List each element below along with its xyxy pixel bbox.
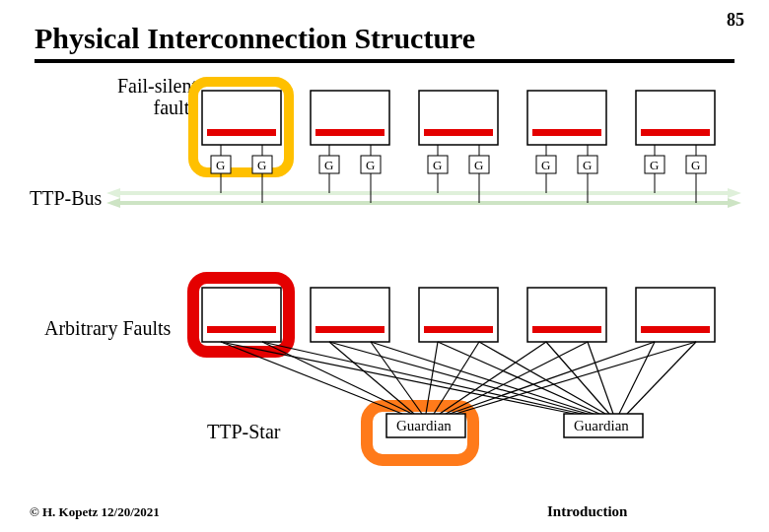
bottom-node <box>419 288 498 342</box>
svg-marker-1 <box>106 188 120 198</box>
g-label: G <box>541 158 550 172</box>
svg-marker-2 <box>728 188 741 198</box>
svg-marker-5 <box>728 198 741 208</box>
bottom-node <box>202 288 281 342</box>
diagram-svg: G G G G G G <box>0 0 769 532</box>
svg-line-71 <box>479 342 605 414</box>
top-node: G G <box>419 91 498 203</box>
svg-line-57 <box>262 342 412 414</box>
svg-rect-48 <box>311 288 389 342</box>
guardian-label: Guardian <box>396 418 452 433</box>
guardian-box: Guardian <box>564 414 643 437</box>
svg-rect-51 <box>424 326 493 333</box>
guardian-box: Guardian <box>386 414 465 437</box>
bottom-node <box>311 288 389 342</box>
g-label: G <box>433 158 442 172</box>
svg-rect-50 <box>419 288 498 342</box>
g-label: G <box>257 158 266 172</box>
svg-marker-4 <box>106 198 120 208</box>
bottom-node <box>636 288 715 342</box>
svg-rect-31 <box>532 129 601 136</box>
svg-rect-23 <box>424 129 493 136</box>
g-label: G <box>216 158 225 172</box>
svg-rect-52 <box>527 288 606 342</box>
svg-rect-7 <box>207 129 276 136</box>
svg-rect-14 <box>311 91 389 145</box>
g-label: G <box>650 158 659 172</box>
svg-rect-22 <box>419 91 498 145</box>
g-label: G <box>474 158 483 172</box>
svg-rect-53 <box>532 326 601 333</box>
svg-rect-30 <box>527 91 606 145</box>
svg-rect-49 <box>315 326 384 333</box>
top-node: G G <box>311 91 389 203</box>
bottom-nodes <box>202 288 715 342</box>
footer-section: Introduction <box>547 503 627 520</box>
svg-rect-46 <box>202 288 281 342</box>
top-node: G G <box>527 91 606 203</box>
top-node: G G <box>636 91 715 203</box>
bottom-node <box>527 288 606 342</box>
svg-rect-15 <box>315 129 384 136</box>
svg-rect-39 <box>641 129 710 136</box>
svg-rect-55 <box>641 326 710 333</box>
svg-rect-47 <box>207 326 276 333</box>
g-label: G <box>691 158 700 172</box>
svg-line-63 <box>446 342 588 414</box>
svg-rect-54 <box>636 288 715 342</box>
svg-rect-6 <box>202 91 281 145</box>
bus-lines <box>106 188 741 208</box>
g-label: G <box>583 158 592 172</box>
top-node: G G <box>202 91 281 203</box>
footer-copyright: © H. Kopetz 12/20/2021 <box>30 504 160 520</box>
guardian-label: Guardian <box>574 418 629 433</box>
svg-rect-38 <box>636 91 715 145</box>
g-label: G <box>324 158 333 172</box>
top-nodes: G G G G G G <box>202 91 715 203</box>
g-label: G <box>366 158 375 172</box>
